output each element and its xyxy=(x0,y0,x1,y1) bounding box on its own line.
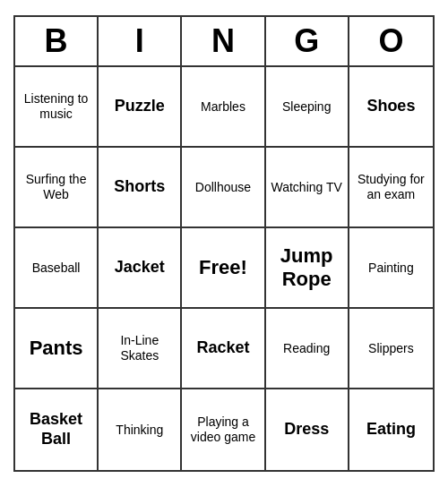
bingo-cell: Watching TV xyxy=(266,148,349,228)
header-letter: G xyxy=(266,17,349,65)
bingo-cell: Painting xyxy=(349,228,433,309)
bingo-cell: Shoes xyxy=(349,67,433,148)
bingo-cell: Studying for an exam xyxy=(349,148,433,228)
bingo-cell: Reading xyxy=(266,309,349,389)
header-letter: I xyxy=(99,17,182,65)
bingo-cell: Racket xyxy=(182,309,265,389)
bingo-cell: Listening to music xyxy=(15,67,99,148)
header-letter: O xyxy=(349,17,433,65)
bingo-cell: Thinking xyxy=(99,389,182,470)
bingo-cell: Shorts xyxy=(99,148,182,228)
bingo-card: BINGO Listening to musicPuzzleMarblesSle… xyxy=(13,15,435,472)
bingo-cell: Dollhouse xyxy=(182,148,265,228)
bingo-cell: Basket Ball xyxy=(15,389,99,470)
bingo-cell: Dress xyxy=(266,389,349,470)
header-letter: N xyxy=(182,17,265,65)
header-letter: B xyxy=(15,17,99,65)
bingo-cell: Puzzle xyxy=(99,67,182,148)
bingo-cell: Playing a video game xyxy=(182,389,265,470)
bingo-cell: Surfing the Web xyxy=(15,148,99,228)
bingo-cell: Slippers xyxy=(349,309,433,389)
bingo-grid: Listening to musicPuzzleMarblesSleepingS… xyxy=(15,67,433,470)
bingo-cell: Jacket xyxy=(99,228,182,309)
bingo-cell: In-Line Skates xyxy=(99,309,182,389)
bingo-header: BINGO xyxy=(15,17,433,67)
bingo-cell: Pants xyxy=(15,309,99,389)
bingo-cell: Baseball xyxy=(15,228,99,309)
bingo-cell: Free! xyxy=(182,228,265,309)
bingo-cell: Jump Rope xyxy=(266,228,349,309)
bingo-cell: Sleeping xyxy=(266,67,349,148)
bingo-cell: Marbles xyxy=(182,67,265,148)
bingo-cell: Eating xyxy=(349,389,433,470)
